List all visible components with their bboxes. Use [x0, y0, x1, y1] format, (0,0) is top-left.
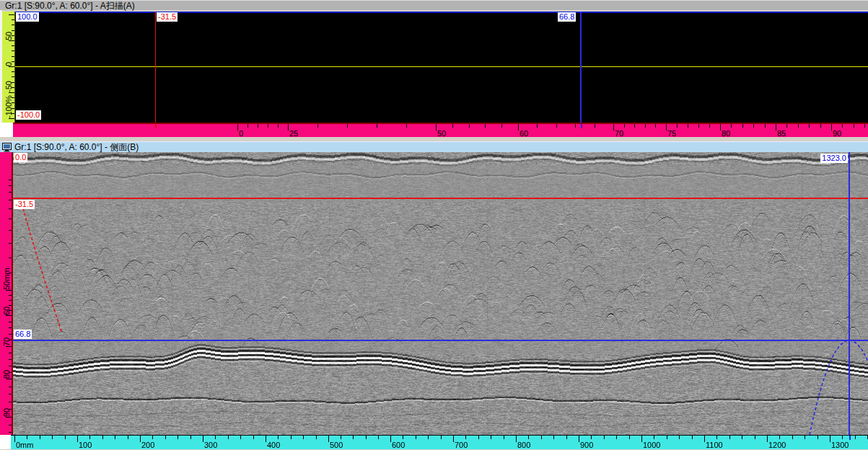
ruler-tick — [12, 14, 14, 15]
ruler-tick — [14, 436, 15, 442]
bscan-red-cursor-line[interactable] — [13, 198, 868, 199]
ruler-tick — [478, 436, 479, 439]
ruler-tick — [258, 124, 258, 128]
bscan-view-icon — [2, 143, 12, 152]
ruler-tick — [579, 436, 579, 442]
soundpath-ruler[interactable]: 02550607075808590 — [13, 123, 868, 137]
ruler-tick — [416, 436, 416, 439]
scan-axis-ruler[interactable]: 0mm1002003004005006007008009001000110012… — [11, 435, 868, 449]
ruler-tick-label: 70 — [2, 338, 11, 346]
ruler-tick — [698, 124, 699, 128]
amp-max-readout: 100.0 — [16, 12, 39, 22]
ruler-tick — [77, 436, 78, 442]
ruler-tick — [729, 436, 730, 439]
ruler-tick — [6, 290, 12, 291]
ruler-tick — [12, 113, 14, 114]
ruler-tick — [9, 208, 12, 209]
ruler-tick — [115, 436, 115, 439]
ruler-tick — [634, 124, 635, 128]
ruler-tick — [465, 436, 466, 439]
ascan-title: Gr:1 [S:90.0°, A: 60.0°] - A扫描(A) — [5, 1, 135, 11]
ruler-tick — [6, 417, 12, 418]
ruler-tick — [266, 436, 266, 442]
ruler-tick — [753, 124, 754, 128]
ruler-tick — [366, 436, 367, 439]
ruler-tick — [842, 124, 843, 128]
ruler-tick — [776, 124, 776, 131]
ruler-tick — [347, 124, 348, 128]
ruler-tick — [655, 124, 656, 128]
ruler-tick — [453, 436, 454, 442]
ruler-tick-label: -100% — [4, 95, 13, 118]
ruler-tick — [40, 436, 40, 439]
ruler-tick — [528, 436, 529, 439]
ruler-tick — [240, 436, 241, 439]
ruler-tick — [12, 118, 14, 119]
ascan-plot[interactable] — [15, 12, 868, 123]
ruler-tick — [12, 56, 14, 57]
ruler-tick-label: 700 — [455, 441, 468, 449]
ruler-tick — [12, 76, 14, 77]
ruler-tick-label: 80 — [2, 370, 11, 379]
bscan-title: Gr:1 [S:90.0°, A: 60.0°] - 侧面(B) — [14, 142, 139, 153]
ruler-tick — [9, 387, 12, 387]
ruler-tick — [742, 436, 742, 439]
ruler-tick — [12, 92, 14, 93]
ruler-tick — [328, 436, 329, 442]
ruler-tick — [679, 436, 680, 439]
ruler-tick — [9, 243, 12, 244]
ruler-tick — [303, 436, 304, 439]
ruler-tick — [9, 192, 12, 193]
ruler-tick-label: 1200 — [768, 441, 786, 449]
ruler-tick — [805, 436, 805, 439]
ruler-tick — [792, 436, 793, 439]
ruler-tick — [6, 346, 12, 347]
ascan-red-cursor-line[interactable] — [155, 12, 156, 123]
ruler-tick — [613, 124, 614, 131]
ruler-tick — [12, 25, 14, 25]
ruler-tick — [278, 124, 279, 128]
ruler-tick — [9, 300, 12, 301]
ruler-tick — [12, 82, 14, 83]
ascan-blue-cursor-line[interactable] — [580, 12, 582, 123]
ascan-title-bar[interactable]: Gr:1 [S:90.0°, A: 60.0°] - A扫描(A) — [0, 0, 868, 10]
red-beam-arc[interactable] — [23, 208, 62, 333]
blue-beam-arc[interactable] — [810, 340, 868, 435]
ruler-tick — [786, 124, 787, 128]
red-cursor-ruler-mark — [155, 124, 157, 128]
amplitude-ruler[interactable]: 500-50-100% — [2, 12, 15, 123]
bscan-title-bar[interactable]: Gr:1 [S:90.0°, A: 60.0°] - 侧面(B) — [0, 141, 868, 152]
ruler-tick — [436, 124, 437, 131]
ruler-tick-label: 100 — [79, 441, 92, 449]
bscan-blue-cursor-line[interactable] — [13, 340, 868, 341]
ruler-tick — [215, 436, 216, 439]
ruler-tick — [820, 124, 821, 128]
scan-ruler-corner — [0, 435, 11, 449]
ruler-tick — [341, 436, 341, 439]
ruler-tick — [152, 436, 153, 439]
ruler-tick-label: 500 — [330, 441, 343, 449]
bscan-position-readout: 1323.0 — [820, 154, 848, 163]
depth-ruler[interactable]: 50mm60708090 — [0, 152, 13, 435]
ruler-tick — [731, 124, 732, 128]
ruler-tick — [268, 124, 268, 128]
ruler-tick — [52, 436, 53, 439]
ruler-tick — [864, 124, 865, 128]
amp-min-readout: -100.0 — [16, 110, 41, 120]
ruler-tick — [595, 124, 595, 128]
ruler-tick — [556, 124, 557, 128]
ruler-tick — [12, 19, 14, 20]
ruler-tick — [6, 379, 12, 379]
ruler-tick — [709, 124, 710, 128]
ruler-tick — [128, 436, 128, 439]
ascan-zero-baseline — [15, 66, 868, 67]
ruler-tick — [767, 436, 768, 442]
ruler-tick — [616, 436, 617, 439]
bscan-blue-position-line[interactable] — [849, 152, 850, 435]
ruler-tick — [12, 45, 14, 46]
ruler-tick — [688, 124, 688, 128]
ruler-tick — [831, 124, 832, 131]
tofd-acquisition-window: Gr:1 [S:90.0°, A: 60.0°] - A扫描(A) 500-50… — [0, 0, 868, 450]
ruler-tick — [469, 124, 470, 128]
ruler-tick — [12, 108, 14, 109]
